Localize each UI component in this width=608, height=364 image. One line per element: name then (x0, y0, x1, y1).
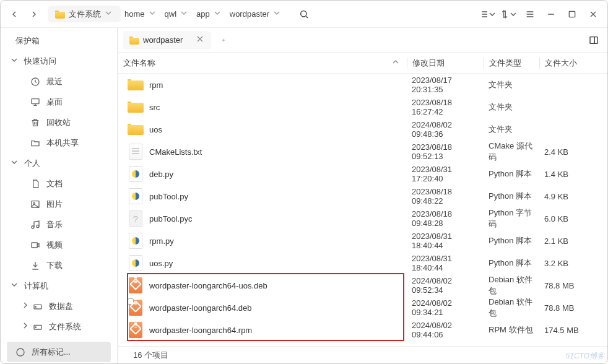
table-row[interactable]: rpm2023/08/17 20:31:35文件夹 (118, 74, 607, 96)
folder-icon (30, 138, 40, 148)
sidebar-item-share[interactable]: 本机共享 (1, 132, 117, 153)
svg-rect-3 (32, 98, 39, 103)
column-type[interactable]: 文件类型 (484, 58, 539, 69)
sidebar-item-protect[interactable]: 保护箱 (1, 30, 117, 51)
table-row[interactable]: uos2024/08/02 09:48:36文件夹 (118, 118, 607, 141)
sidebar-item-trash[interactable]: 回收站 (1, 112, 117, 132)
maximize-button[interactable] (562, 6, 583, 23)
sidebar-item-datadisk[interactable]: 数据盘 (1, 296, 117, 316)
file-size: 174.5 MB (539, 326, 607, 335)
table-row[interactable]: uos.py2023/08/31 18:40:44Python 脚本3.2 KB (118, 252, 607, 274)
file-name: uos.py (149, 259, 173, 268)
sidebar-item-recent[interactable]: 最近 (1, 71, 117, 92)
table-row[interactable]: wordpaster-loongarch64.rpm2024/08/02 09:… (118, 319, 607, 341)
file-date: 2023/08/18 09:48:22 (407, 187, 484, 206)
column-name[interactable]: 文件名称 (123, 57, 407, 69)
view-list-button[interactable] (477, 6, 498, 23)
chevron-down-icon (103, 8, 113, 20)
file-date: 2024/08/02 09:48:36 (407, 120, 484, 139)
status-text: 16 个项目 (133, 350, 168, 361)
file-size: 4.9 KB (539, 192, 607, 201)
file-date: 2023/08/18 09:52:13 (407, 142, 484, 161)
file-size: 2.4 KB (539, 147, 607, 157)
sidebar-item-music[interactable]: 音乐 (1, 214, 117, 235)
unknown-icon: ? (127, 210, 144, 227)
file-type: Python 字节码 (484, 207, 539, 230)
file-type: Python 脚本 (484, 235, 539, 246)
tab-close-icon[interactable] (195, 34, 205, 46)
table-row[interactable]: CMakeLists.txt2023/08/18 09:52:13CMake 源… (118, 141, 607, 163)
table-row[interactable]: deb.py2023/08/31 17:20:40Python 脚本1.4 KB (118, 163, 607, 185)
breadcrumb-root[interactable]: 文件系统 (53, 8, 116, 20)
table-row[interactable]: ?pubTool.pyc2023/08/18 09:48:28Python 字节… (118, 207, 607, 230)
svg-rect-1 (569, 11, 575, 17)
file-size: 6.0 KB (539, 214, 607, 223)
file-manager-window: 文件系统 home qwl app wordpaster (0, 0, 608, 364)
tab-add-button[interactable] (215, 31, 232, 50)
close-button[interactable] (583, 6, 604, 23)
file-name: rpm (149, 80, 163, 90)
tab-wordpaster[interactable]: wordpaster (123, 31, 211, 50)
forward-button[interactable] (25, 6, 43, 23)
sidebar-group-personal[interactable]: 个人 (1, 153, 117, 173)
file-type: Debian 软件包 (484, 274, 539, 297)
sidebar-item-videos[interactable]: 视频 (1, 235, 117, 255)
file-size: 78.8 MB (539, 303, 607, 313)
file-type: 文件夹 (484, 102, 539, 113)
disk-icon (33, 301, 43, 311)
menu-button[interactable] (519, 6, 541, 23)
sidebar-item-all-tags[interactable]: 所有标记... (7, 342, 111, 362)
sidebar-item-documents[interactable]: 文档 (1, 173, 117, 194)
search-button[interactable] (294, 4, 314, 24)
chevron-down-icon (272, 8, 282, 20)
desktop-icon (30, 97, 40, 107)
video-icon (30, 240, 40, 250)
breadcrumb-item-app[interactable]: app (193, 8, 226, 20)
file-type: Python 脚本 (484, 168, 539, 180)
table-row[interactable]: src2023/08/18 16:27:42文件夹 (118, 96, 607, 118)
sort-button[interactable] (498, 6, 519, 23)
sidebar-item-downloads[interactable]: 下载 (1, 255, 117, 275)
sidebar-item-filesystem[interactable]: 文件系统 (1, 316, 117, 337)
chevron-down-icon (9, 157, 19, 169)
tab-bar: wordpaster (118, 28, 607, 53)
panel-toggle-button[interactable] (585, 32, 602, 49)
file-name: deb.py (149, 170, 173, 179)
file-list[interactable]: rpm2023/08/17 20:31:35文件夹src2023/08/18 1… (118, 74, 607, 346)
minimize-button[interactable] (541, 6, 562, 23)
table-row[interactable]: wordpaster-loongarch64-uos.deb2024/08/02… (118, 274, 607, 297)
breadcrumb-item-qwl[interactable]: qwl (161, 8, 193, 20)
chevron-down-icon (9, 280, 19, 292)
breadcrumb-item-home[interactable]: home (121, 8, 161, 20)
file-date: 2024/08/02 09:44:06 (407, 321, 484, 339)
chevron-right-icon (20, 321, 28, 332)
view-controls (477, 6, 604, 23)
file-name: wordpaster-loongarch64-uos.deb (149, 281, 267, 290)
table-row[interactable]: wordpaster-loongarch64.deb2024/08/02 09:… (118, 297, 607, 319)
file-size: 78.8 MB (539, 281, 607, 290)
sidebar: 保护箱 快速访问 最近 桌面 回收站 本机共享 个人 文档 图片 音乐 视频 下… (1, 28, 118, 363)
svg-point-12 (35, 327, 36, 327)
svg-point-13 (17, 349, 24, 356)
file-date: 2024/08/02 09:52:34 (407, 276, 484, 295)
table-row[interactable]: rpm.py2023/08/31 18:40:44Python 脚本2.1 KB (118, 230, 607, 252)
column-date[interactable]: 修改日期 (407, 58, 484, 69)
column-size[interactable]: 文件大小 (539, 58, 607, 69)
breadcrumb-item-wordpaster[interactable]: wordpaster (226, 8, 285, 20)
sidebar-group-quick[interactable]: 快速访问 (1, 51, 117, 71)
svg-rect-8 (32, 243, 37, 248)
back-button[interactable] (6, 6, 23, 23)
file-type: RPM 软件包 (484, 324, 539, 336)
sidebar-item-desktop[interactable]: 桌面 (1, 92, 117, 112)
table-row[interactable]: pubTool.py2023/08/18 09:48:22Python 脚本4.… (118, 185, 607, 207)
sidebar-group-computer[interactable]: 计算机 (1, 275, 117, 296)
file-type: Python 脚本 (484, 258, 539, 269)
file-type: 文件夹 (484, 79, 539, 90)
python-icon (127, 232, 144, 249)
textfile-icon (127, 143, 144, 160)
chevron-down-icon (9, 55, 19, 67)
sidebar-item-pictures[interactable]: 图片 (1, 194, 117, 214)
svg-point-0 (301, 11, 306, 16)
file-date: 2023/08/18 09:48:28 (407, 209, 484, 228)
folder-icon (127, 98, 144, 116)
